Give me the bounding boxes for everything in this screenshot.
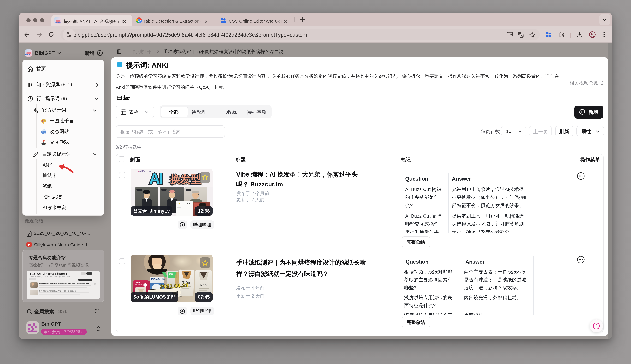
- svg-text:AI: AI: [149, 171, 162, 186]
- svg-text:换发型: 换发型: [170, 173, 201, 185]
